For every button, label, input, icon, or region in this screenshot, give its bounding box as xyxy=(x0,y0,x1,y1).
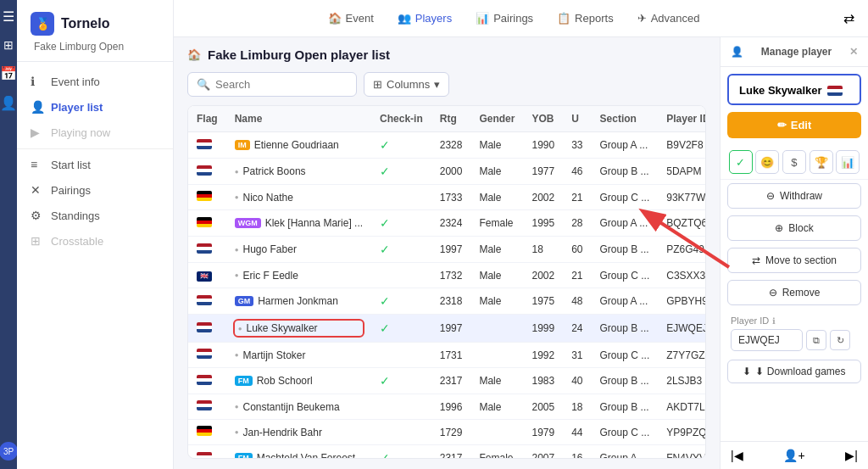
table-row[interactable]: FMRob Schoorl ✓ 2317 Male 1983 40 Group … xyxy=(188,368,706,394)
table-row[interactable]: FMMachteld Van Foreest ✓ 2317 Female 200… xyxy=(188,445,706,460)
sidebar-item-event-info[interactable]: ℹ Event info xyxy=(17,69,173,94)
copy-icon-btn[interactable]: ⧉ xyxy=(806,330,826,350)
nav-item-advanced[interactable]: ✈ Advanced xyxy=(627,7,710,30)
table-row[interactable]: ●Hugo Faber ✓ 1997 Male 18 60 Group B ..… xyxy=(188,237,706,263)
player-id-input[interactable] xyxy=(731,329,803,351)
remove-button[interactable]: ⊖ Remove xyxy=(727,280,861,305)
move-to-section-button[interactable]: ⇄ Move to section xyxy=(727,248,861,273)
col-checkin: Check-in xyxy=(371,106,431,132)
home-breadcrumb-icon[interactable]: 🏠 xyxy=(187,48,201,61)
cell-yob: 2007 xyxy=(523,445,563,460)
check-action-btn[interactable]: ✓ xyxy=(729,150,753,174)
table-row[interactable]: ●Luke Skywalker ✓ 1997 1999 24 Group B .… xyxy=(188,315,706,343)
flag-nl xyxy=(197,452,212,460)
player-name-text: Rob Schoorl xyxy=(257,375,313,387)
cell-name: ●Eric F Eedle xyxy=(226,263,371,288)
withdraw-button[interactable]: ⊖ Withdraw xyxy=(727,183,861,209)
block-button[interactable]: ⊕ Block xyxy=(727,215,861,241)
players-table: Flag Name Check-in Rtg Gender YOB U Sect… xyxy=(188,106,706,459)
cell-flag xyxy=(188,159,226,185)
chevron-down-icon: ▾ xyxy=(434,78,440,91)
player-name-text: Jan-Hendrik Bahr xyxy=(243,427,322,438)
cell-section: Group C ... xyxy=(592,343,659,368)
cell-yob: 1975 xyxy=(523,288,563,315)
cell-flag xyxy=(188,343,226,368)
sidebar-item-pairings[interactable]: ✕ Pairings xyxy=(17,177,173,203)
cell-checkin: ✓ xyxy=(371,237,431,263)
col-gender: Gender xyxy=(470,106,523,132)
trophy-action-btn[interactable]: 🏆 xyxy=(810,150,833,174)
sidebar-item-player-list[interactable]: 👤 Player list xyxy=(17,94,173,120)
columns-button[interactable]: ⊞ Columns ▾ xyxy=(364,72,449,97)
table-row[interactable]: ●Nico Nathe 1733 Male 2002 21 Group C ..… xyxy=(188,185,706,210)
sidebar-item-start-list[interactable]: ≡ Start list xyxy=(17,148,173,177)
edit-button[interactable]: ✏ Edit xyxy=(727,112,861,138)
chart-action-btn[interactable]: 📊 xyxy=(836,150,860,174)
sidebar-icon-bottom[interactable]: 3P xyxy=(0,442,18,461)
list-icon: ≡ xyxy=(31,158,44,171)
nav-item-reports[interactable]: 📋 Reports xyxy=(547,7,624,30)
nav-item-label: Reports xyxy=(575,12,614,25)
nav-item-pairings[interactable]: 📊 Pairings xyxy=(465,7,543,30)
player-name-text: Harmen Jonkman xyxy=(258,295,338,307)
table-row[interactable]: ●Jan-Hendrik Bahr 1729 1979 44 Group C .… xyxy=(188,420,706,445)
table-row[interactable]: ●Martijn Stoker 1731 1992 31 Group C ...… xyxy=(188,343,706,368)
cell-player-id: 93K77W xyxy=(658,185,706,210)
columns-label: Columns xyxy=(387,78,430,91)
cell-name: IMEtienne Goudriaan xyxy=(226,132,371,159)
sidebar-item-label: Event info xyxy=(51,75,100,88)
nav-item-label: Advanced xyxy=(651,12,700,25)
cell-u: 21 xyxy=(563,185,591,210)
download-games-button[interactable]: ⬇ ⬇ Download games xyxy=(727,360,861,383)
nav-item-event[interactable]: 🏠 Event xyxy=(318,7,384,30)
player-id-section: Player ID ℹ ⧉ ↻ xyxy=(721,309,868,355)
nav-item-players[interactable]: 👥 Players xyxy=(387,7,462,30)
table-row[interactable]: ●Constantijn Beukema 1996 Male 2005 18 G… xyxy=(188,394,706,420)
cell-section: Group B ... xyxy=(592,394,659,420)
next-page-btn[interactable]: ▶| xyxy=(845,449,858,462)
transfer-icon[interactable]: ⇄ xyxy=(843,10,854,26)
flag-nl xyxy=(197,322,212,332)
page-header: 🏠 Fake Limburg Open player list xyxy=(187,47,706,62)
emoji-action-btn[interactable]: 😊 xyxy=(755,150,779,174)
player-badge: FM xyxy=(235,453,253,459)
prev-page-btn[interactable]: |◀ xyxy=(731,449,743,462)
cell-u: 40 xyxy=(563,368,591,394)
table-row[interactable]: IMEtienne Goudriaan ✓ 2328 Male 1990 33 … xyxy=(188,132,706,159)
table-header: Flag Name Check-in Rtg Gender YOB U Sect… xyxy=(188,106,706,132)
breadcrumb-text: Fake Limburg Open player list xyxy=(208,47,390,62)
table-row[interactable]: GMHarmen Jonkman ✓ 2318 Male 1975 48 Gro… xyxy=(188,288,706,315)
sidebar-icon-menu[interactable]: ☰ xyxy=(3,8,14,25)
cell-section: Group C ... xyxy=(592,185,659,210)
table-row[interactable]: ●Patrick Boons ✓ 2000 Male 1977 46 Group… xyxy=(188,159,706,185)
add-user-btn[interactable]: 👤+ xyxy=(783,449,804,462)
flag-nl xyxy=(197,165,212,176)
cell-checkin xyxy=(371,185,431,210)
col-section: Section xyxy=(592,106,659,132)
close-icon[interactable]: ✕ xyxy=(849,46,858,58)
refresh-icon-btn[interactable]: ↻ xyxy=(830,330,850,350)
player-name-text: Nico Nathe xyxy=(243,192,293,204)
cell-player-id: B9V2F8 xyxy=(658,132,706,159)
dot-icon: ● xyxy=(235,271,239,279)
sidebar-icon-calendar[interactable]: 📅 xyxy=(0,65,17,81)
search-input[interactable] xyxy=(215,78,348,91)
flag-nl xyxy=(197,243,212,254)
cell-checkin xyxy=(371,394,431,420)
move-icon: ⇄ xyxy=(752,254,760,266)
cell-yob: 18 xyxy=(523,237,563,263)
columns-icon: ⊞ xyxy=(373,78,382,91)
sidebar-icon-user[interactable]: 👤 xyxy=(0,95,17,111)
dollar-action-btn[interactable]: $ xyxy=(782,150,806,174)
search-box[interactable]: 🔍 xyxy=(187,72,357,97)
standings-icon: ⚙ xyxy=(31,209,44,222)
cell-player-id: FN4VYV xyxy=(658,445,706,460)
block-label: Block xyxy=(788,222,813,234)
right-panel: 👤 Manage player ✕ Luke Skywalker ✏ Edit … xyxy=(720,37,868,469)
reports-nav-icon: 📋 xyxy=(557,12,570,25)
sidebar-item-standings[interactable]: ⚙ Standings xyxy=(17,203,173,228)
table-row[interactable]: 🇬🇧 ●Eric F Eedle 1732 Male 2002 21 Group… xyxy=(188,263,706,288)
cell-section: Group B ... xyxy=(592,237,659,263)
player-name-text: Machteld Van Foreest xyxy=(257,452,356,459)
table-row[interactable]: WGMKlek [Hanna Marie] ... ✓ 2324 Female … xyxy=(188,210,706,237)
